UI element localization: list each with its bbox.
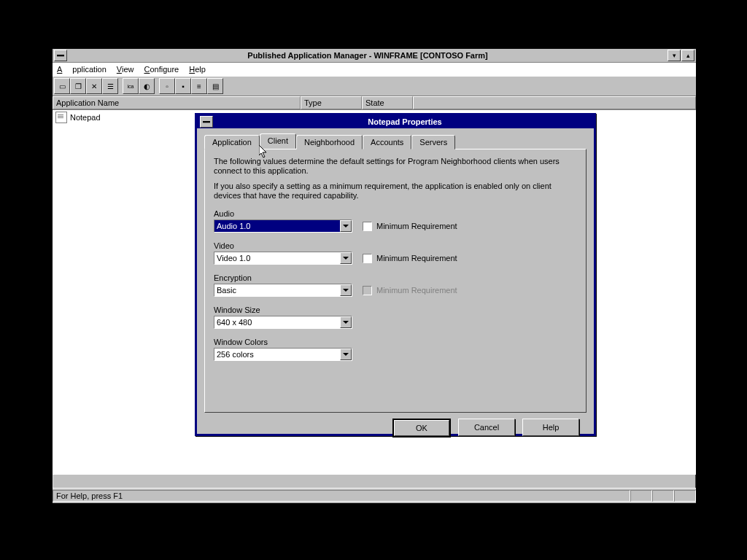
toolbar-globe-icon[interactable]: ◐ [139,78,155,94]
toolbar-new-icon[interactable]: ▭ [54,78,70,94]
status-text: For Help, press F1 [53,490,630,502]
winsize-label: Window Size [214,306,577,314]
minimize-button[interactable]: ▾ [667,50,681,61]
column-headers: Application Name Type State [53,96,696,110]
audio-label: Audio [214,209,577,218]
system-menu-icon[interactable] [54,50,67,61]
tab-bar: Application Client Neighborhood Accounts… [204,134,587,149]
toolbar-copy-icon[interactable]: ❐ [70,78,86,94]
dialog-system-menu-icon[interactable] [200,116,213,128]
toolbar-delete-icon[interactable]: ✕ [86,78,102,94]
chevron-down-icon[interactable] [340,316,352,328]
dialog-button-row: OK Cancel Help [204,413,587,438]
document-icon [55,112,67,123]
wincolors-combo[interactable]: 256 colors [214,348,352,361]
encryption-minreq-checkbox [363,286,372,295]
col-state[interactable]: State [362,96,413,109]
status-bar: For Help, press F1 [53,488,696,503]
toolbar-view1-icon[interactable]: ▫ [159,78,175,94]
winsize-value: 640 x 480 [214,316,340,328]
encryption-combo[interactable]: Basic [214,284,352,297]
cancel-button[interactable]: Cancel [458,419,515,436]
video-minreq-checkbox[interactable] [363,254,372,263]
col-type[interactable]: Type [301,96,362,109]
video-value: Video 1.0 [214,252,340,264]
tab-neighborhood[interactable]: Neighborhood [296,135,363,149]
audio-combo[interactable]: Audio 1.0 [214,219,352,233]
tab-application[interactable]: Application [204,135,260,149]
window-title: Published Application Manager - WINFRAME… [69,51,667,60]
maximize-button[interactable]: ▴ [681,50,694,61]
dialog-titlebar: Notepad Properties [197,115,594,128]
video-minreq-label: Minimum Requirement [376,254,457,262]
chevron-down-icon[interactable] [340,252,352,264]
chevron-down-icon[interactable] [340,284,352,296]
encryption-value: Basic [214,284,340,296]
toolbar-view4-icon[interactable]: ▤ [207,78,223,94]
video-combo[interactable]: Video 1.0 [214,252,352,265]
menu-application[interactable]: Application [57,65,107,74]
audio-minreq-label: Minimum Requirement [376,222,457,230]
list-item-label: Notepad [70,113,101,122]
menu-help[interactable]: Help [189,65,206,74]
dialog-title: Notepad Properties [216,117,594,126]
chevron-down-icon[interactable] [340,220,352,232]
menu-configure[interactable]: Configure [144,65,179,74]
video-label: Video [214,241,577,250]
col-application-name[interactable]: Application Name [53,96,301,109]
chevron-down-icon[interactable] [340,349,352,360]
toolbar: ▭ ❐ ✕ ☰ ica ◐ ▫ ▪ ≡ ▤ [53,76,696,96]
toolbar-properties-icon[interactable]: ☰ [102,78,118,94]
menu-bar: Application View Configure Help [53,63,696,76]
properties-dialog: Notepad Properties Application Client Ne… [195,113,596,436]
main-titlebar: Published Application Manager - WINFRAME… [53,49,696,63]
encryption-minreq-label: Minimum Requirement [376,286,457,295]
toolbar-ica-icon[interactable]: ica [123,78,139,94]
encryption-label: Encryption [214,273,577,282]
help-button[interactable]: Help [522,419,579,436]
wincolors-label: Window Colors [214,338,577,346]
toolbar-view3-icon[interactable]: ≡ [191,78,207,94]
status-pane-3 [674,490,696,502]
status-pane-1 [630,490,652,502]
ok-button[interactable]: OK [392,419,451,438]
tab-accounts[interactable]: Accounts [363,135,411,149]
tab-panel-client: The following values determine the defau… [204,149,587,413]
winsize-combo[interactable]: 640 x 480 [214,316,352,329]
col-spacer [413,96,696,109]
desc-text-1: The following values determine the defau… [214,157,577,176]
tab-servers[interactable]: Servers [411,135,455,149]
menu-view[interactable]: View [117,65,134,74]
status-pane-2 [652,490,674,502]
toolbar-view2-icon[interactable]: ▪ [175,78,191,94]
audio-value: Audio 1.0 [214,220,340,232]
wincolors-value: 256 colors [214,349,340,360]
audio-minreq-checkbox[interactable] [363,222,372,231]
tab-client[interactable]: Client [260,133,296,149]
desc-text-2: If you also specify a setting as a minim… [214,182,577,201]
